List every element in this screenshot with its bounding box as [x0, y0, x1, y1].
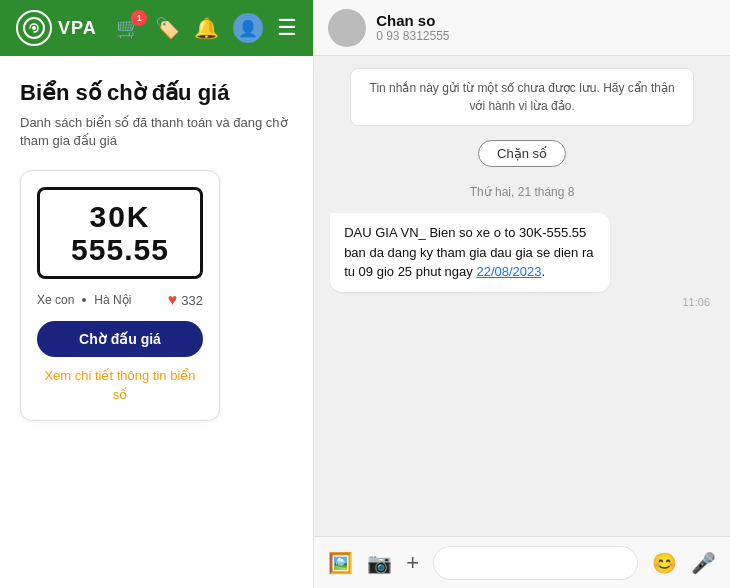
emoji-icon[interactable]: 😊 — [652, 551, 677, 575]
like-area[interactable]: ♥ 332 — [168, 291, 203, 309]
page-title: Biển số chờ đấu giá — [20, 80, 293, 106]
right-panel: Chan so 0 93 8312555 Tin nhắn này gửi từ… — [314, 0, 730, 588]
logo-icon — [16, 10, 52, 46]
detail-link[interactable]: Xem chi tiết thông tin biển số — [37, 367, 203, 403]
logo-text: VPA — [58, 18, 97, 39]
contact-info: Chan so 0 93 8312555 — [376, 12, 716, 43]
svg-point-1 — [32, 26, 36, 30]
message-bubble-area: DAU GIA VN_ Bien so xe o to 30K-555.55 b… — [330, 213, 714, 308]
plate-meta: Xe con Hà Nội ♥ 332 — [37, 291, 203, 309]
plate-card: 30K 555.55 Xe con Hà Nội ♥ 332 Chờ đấu g… — [20, 170, 220, 420]
warning-banner: Tin nhắn này gửi từ một số chưa được lưu… — [350, 68, 694, 126]
contact-avatar — [328, 9, 366, 47]
block-button[interactable]: Chặn số — [478, 140, 566, 167]
contact-name: Chan so — [376, 12, 716, 29]
message-bubble: DAU GIA VN_ Bien so xe o to 30K-555.55 b… — [330, 213, 610, 292]
left-panel: VPA 🛒 1 🏷️ 🔔 👤 ☰ Biển số chờ đấu giá Dan… — [0, 0, 314, 588]
location: Hà Nội — [94, 293, 131, 307]
user-avatar[interactable]: 👤 — [233, 13, 263, 43]
page-subtitle: Danh sách biển số đã thanh toán và đang … — [20, 114, 293, 150]
chat-input[interactable] — [433, 546, 638, 580]
bell-icon[interactable]: 🔔 — [194, 16, 219, 40]
plate-display: 30K 555.55 — [37, 187, 203, 279]
chat-body: Tin nhắn này gửi từ một số chưa được lưu… — [314, 56, 730, 536]
date-separator: Thứ hai, 21 tháng 8 — [330, 181, 714, 203]
heart-icon: ♥ — [168, 291, 178, 309]
page-content: Biển số chờ đấu giá Danh sách biển số đã… — [0, 56, 313, 588]
user-icon: 👤 — [238, 19, 258, 38]
image-icon[interactable]: 🖼️ — [328, 551, 353, 575]
menu-icon[interactable]: ☰ — [277, 15, 297, 41]
chat-footer: 🖼️ 📷 + 😊 🎤 — [314, 536, 730, 588]
header-icons: 🛒 1 🏷️ 🔔 👤 ☰ — [116, 13, 297, 43]
plate-line1: 30K — [54, 200, 186, 233]
cart-icon[interactable]: 🛒 1 — [116, 16, 141, 40]
chat-header: Chan so 0 93 8312555 — [314, 0, 730, 56]
plate-line2: 555.55 — [54, 233, 186, 266]
logo-area: VPA — [16, 10, 104, 46]
cart-badge: 1 — [131, 10, 147, 26]
message-text: DAU GIA VN_ Bien so xe o to 30K-555.55 b… — [344, 225, 593, 279]
block-btn-area: Chặn số — [330, 140, 714, 167]
vehicle-type: Xe con — [37, 293, 74, 307]
auction-button[interactable]: Chờ đấu giá — [37, 321, 203, 357]
like-count: 332 — [181, 293, 203, 308]
camera-icon[interactable]: 📷 — [367, 551, 392, 575]
contact-phone: 0 93 8312555 — [376, 29, 716, 43]
plus-icon[interactable]: + — [406, 550, 419, 576]
app-header: VPA 🛒 1 🏷️ 🔔 👤 ☰ — [0, 0, 313, 56]
meta-dot — [82, 298, 86, 302]
auction-icon[interactable]: 🏷️ — [155, 16, 180, 40]
message-time: 11:06 — [682, 296, 714, 308]
message-link[interactable]: 22/08/2023 — [476, 264, 541, 279]
voice-icon[interactable]: 🎤 — [691, 551, 716, 575]
